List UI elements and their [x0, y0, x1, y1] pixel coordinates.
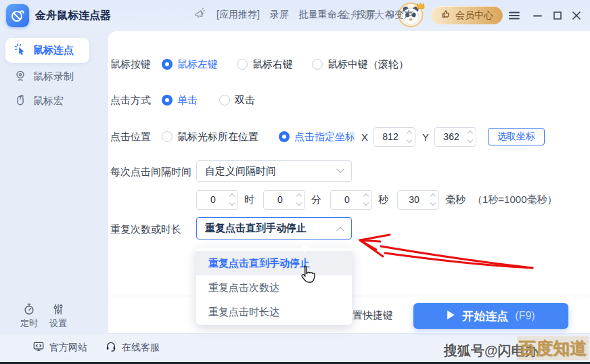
watermark-brand: 百度知道	[517, 336, 589, 360]
interval-time-row: 时 分 秒 毫秒 （1秒=1000毫秒）	[196, 189, 557, 210]
monitor-icon	[32, 340, 45, 355]
minutes-unit: 分	[311, 194, 321, 206]
y-input-wrap	[434, 127, 476, 147]
official-site-link[interactable]: 官方网站	[32, 333, 87, 362]
pick-coordinates-button[interactable]: 选取坐标	[488, 128, 545, 145]
sidebar-item-label: 鼠标录制	[33, 70, 74, 83]
hours-unit: 时	[244, 194, 254, 206]
click-mode-label: 点击方式	[110, 94, 151, 107]
x-input-wrap	[373, 127, 415, 147]
chevron-up-icon	[336, 227, 344, 234]
start-clicking-button[interactable]: 开始连点 (F9)	[413, 303, 568, 329]
online-support-link[interactable]: 在线客服	[105, 333, 160, 362]
sidebar: 鼠标连点 鼠标录制 鼠标宏	[0, 31, 108, 333]
chevron-down-icon	[336, 166, 344, 173]
close-button[interactable]	[570, 9, 583, 22]
headset-icon	[105, 340, 117, 355]
millis-spinner[interactable]	[431, 194, 435, 205]
seconds-input-wrap	[330, 190, 372, 210]
app-logo-icon	[6, 4, 29, 27]
promo-tag[interactable]: [应用推荐]	[217, 9, 260, 21]
interval-label: 每次点击间隔时间	[110, 166, 191, 179]
app-title: 金舟鼠标连点器	[35, 0, 111, 31]
x-spinner[interactable]	[407, 131, 411, 142]
mouse-button-row: 鼠标按键 鼠标左键 鼠标右键 鼠标中键（滚轮）	[110, 57, 409, 72]
millis-input-wrap	[397, 190, 439, 210]
settings-tool[interactable]: 设置	[45, 302, 71, 329]
vip-center-button[interactable]: 会员中心	[431, 6, 503, 24]
webcam-icon	[14, 69, 27, 85]
y-label: Y	[422, 131, 429, 143]
promo-screen-record[interactable]: 录屏	[270, 9, 289, 21]
timer-tool[interactable]: 定时	[16, 302, 42, 329]
radio-cursor-position[interactable]: 鼠标光标所在位置	[162, 131, 258, 143]
minutes-input-wrap	[263, 190, 305, 210]
window-menu-button[interactable]	[507, 9, 521, 22]
dropdown-option-until-stop[interactable]: 重复点击直到手动停止	[196, 251, 352, 275]
radio-on-icon	[162, 95, 173, 106]
promo-links: [应用推荐] 录屏 批量重命名 投屏 AI变声	[194, 0, 413, 29]
mouse-icon	[14, 93, 27, 109]
timer-label: 定时	[20, 318, 38, 328]
interval-hint: （1秒=1000毫秒）	[472, 194, 557, 206]
radio-middle-button[interactable]: 鼠标中键（滚轮）	[312, 58, 409, 71]
mouse-button-label: 鼠标按键	[110, 58, 151, 71]
promo-screen-cast[interactable]: 投屏	[357, 9, 376, 21]
click-mode-row: 点击方式 单击 双击	[110, 93, 255, 108]
repeat-dropdown-menu: 重复点击直到手动停止 重复点击次数达 重复点击时长达	[196, 248, 352, 325]
megaphone-icon	[194, 7, 206, 22]
promo-ai-voice[interactable]: AI变声	[386, 9, 413, 21]
coordinates-group: X Y 选取坐标	[361, 127, 545, 147]
sidebar-item-record[interactable]: 鼠标录制	[5, 65, 89, 88]
x-label: X	[361, 131, 368, 143]
crown-icon	[416, 0, 425, 12]
seconds-spinner[interactable]	[364, 194, 368, 205]
radio-single-click[interactable]: 单击	[162, 94, 198, 107]
thumb-up-icon	[440, 9, 451, 22]
sidebar-item-clicker[interactable]: 鼠标连点	[5, 38, 89, 63]
play-icon	[447, 310, 455, 323]
interval-mode-select[interactable]: 自定义间隔时间	[196, 160, 352, 182]
vip-center-label: 会员中心	[455, 9, 493, 22]
radio-off-icon	[312, 59, 323, 70]
radio-off-icon	[162, 131, 173, 142]
click-position-row: 点击位置 鼠标光标所在位置 点击指定坐标	[110, 127, 355, 147]
radio-off-icon	[237, 59, 248, 70]
official-site-label: 官方网站	[49, 342, 87, 354]
millis-unit: 毫秒	[445, 194, 466, 206]
dropdown-option-count[interactable]: 重复点击次数达	[196, 275, 352, 300]
radio-right-button[interactable]: 鼠标右键	[237, 58, 293, 71]
hand-pointer-cursor	[298, 265, 316, 288]
radio-off-icon	[219, 95, 230, 106]
radio-on-icon	[162, 59, 173, 70]
repeat-mode-select[interactable]: 重复点击直到手动停止	[196, 217, 352, 240]
sidebar-item-macro[interactable]: 鼠标宏	[5, 89, 89, 112]
sidebar-item-label: 鼠标连点	[33, 44, 74, 57]
app-window: 金舟鼠标连点器 金舟-苏大爷 会员中心	[0, 0, 590, 364]
radio-fixed-position[interactable]: 点击指定坐标	[279, 131, 355, 143]
maximize-button[interactable]	[551, 9, 564, 22]
click-position-label: 点击位置	[110, 131, 151, 143]
minimize-button[interactable]	[530, 9, 544, 22]
minutes-spinner[interactable]	[297, 194, 301, 205]
sidebar-item-label: 鼠标宏	[33, 95, 64, 108]
radio-left-button[interactable]: 鼠标左键	[162, 58, 218, 71]
hours-spinner[interactable]	[230, 194, 234, 205]
seconds-unit: 秒	[378, 194, 388, 206]
online-support-label: 在线客服	[122, 342, 160, 354]
radio-double-click[interactable]: 双击	[219, 94, 255, 107]
settings-label: 设置	[49, 318, 67, 328]
click-cursor-icon	[14, 43, 27, 58]
promo-batch-rename[interactable]: 批量重命名	[299, 9, 346, 21]
repeat-label: 重复次数或时长	[110, 223, 181, 236]
radio-on-icon	[279, 131, 290, 142]
dropdown-option-duration[interactable]: 重复点击时长达	[196, 300, 352, 324]
hours-input-wrap	[196, 190, 238, 210]
y-spinner[interactable]	[468, 131, 472, 142]
